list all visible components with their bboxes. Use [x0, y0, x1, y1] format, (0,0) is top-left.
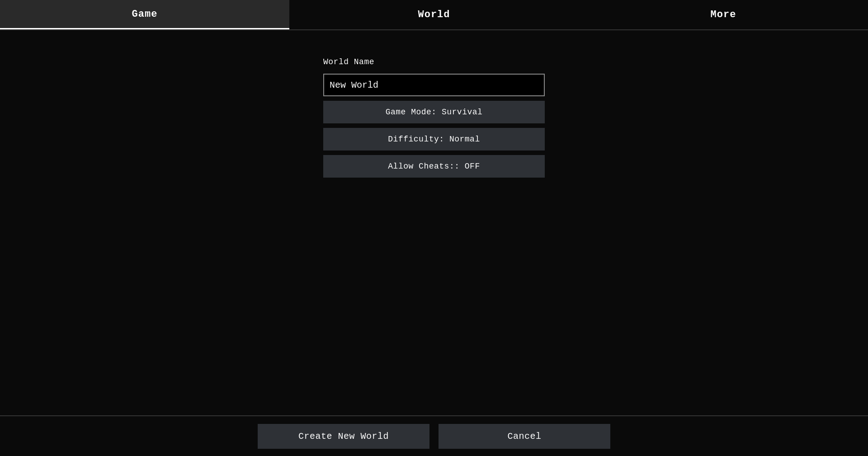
tab-more[interactable]: More: [579, 0, 868, 29]
tab-world-label: World: [418, 9, 450, 20]
game-mode-button[interactable]: Game Mode: Survival: [323, 101, 545, 123]
tab-game[interactable]: Game: [0, 0, 289, 29]
form-container: World Name Game Mode: Survival Difficult…: [323, 57, 545, 178]
tab-game-label: Game: [132, 9, 158, 20]
cancel-button[interactable]: Cancel: [439, 424, 610, 449]
tab-bar: Game World More: [0, 0, 868, 30]
world-name-label: World Name: [323, 57, 545, 66]
create-new-world-button[interactable]: Create New World: [258, 424, 429, 449]
difficulty-button[interactable]: Difficulty: Normal: [323, 128, 545, 150]
main-content: World Name Game Mode: Survival Difficult…: [0, 30, 868, 415]
world-name-input[interactable]: [323, 74, 545, 96]
tab-more-label: More: [711, 9, 736, 20]
allow-cheats-button[interactable]: Allow Cheats:: OFF: [323, 155, 545, 178]
tab-world[interactable]: World: [289, 0, 579, 29]
bottom-bar: Create New World Cancel: [0, 415, 868, 456]
